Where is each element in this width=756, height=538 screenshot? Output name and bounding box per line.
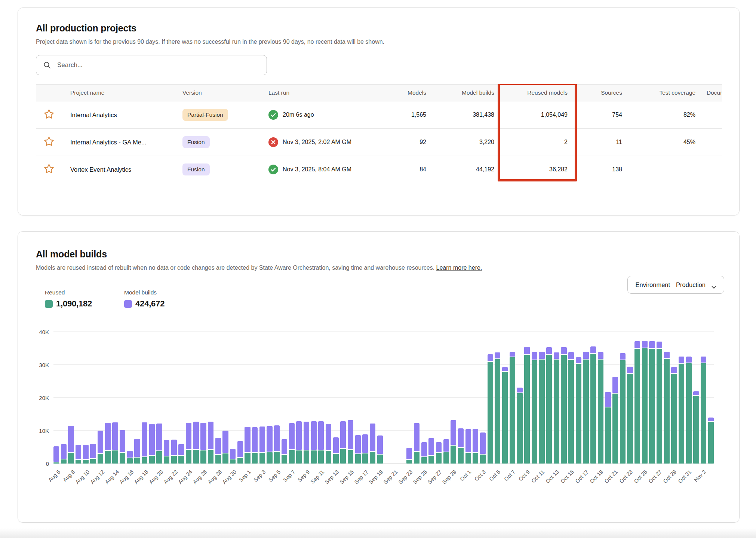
model-builds-segment	[222, 431, 228, 453]
reused-segment	[583, 360, 588, 464]
model-builds-segment	[289, 423, 295, 449]
bar-aug-7	[61, 332, 67, 464]
table-row: Vortex Event Analytics Fusion Nov 3, 202…	[36, 156, 722, 183]
model-builds-segment	[436, 442, 442, 452]
y-tick-label: 10K	[39, 428, 49, 434]
model-builds-segment	[208, 422, 213, 449]
run-status-icon	[268, 137, 278, 147]
environment-select[interactable]: Environment Production	[627, 276, 724, 294]
model-builds-segment	[120, 430, 125, 452]
bar-aug-24	[186, 332, 191, 464]
model-builds-segment	[532, 352, 537, 359]
bar-aug-27	[208, 332, 213, 464]
bar-oct-12	[546, 332, 552, 464]
reused-segment	[554, 360, 559, 464]
reused-segment	[156, 451, 162, 464]
bar-oct-16	[576, 332, 581, 464]
reused-models-count: 2	[505, 139, 579, 146]
bar-oct-8	[517, 332, 522, 464]
learn-more-link[interactable]: Learn more here.	[436, 265, 482, 271]
reused-segment	[208, 450, 213, 464]
model-builds-segment	[142, 422, 147, 457]
reused-segment	[664, 359, 670, 464]
bar-aug-20	[156, 332, 162, 464]
projects-card-subtitle: Project data shown is for the previous 9…	[36, 39, 721, 45]
projects-table-header: Project name Version Last run Models Mod…	[36, 84, 722, 101]
bar-oct-10	[532, 332, 537, 464]
reused-segment	[488, 362, 493, 464]
bar-oct-21	[612, 332, 618, 464]
x-tick-label: Sep 13	[324, 469, 340, 485]
reused-segment	[657, 349, 662, 464]
reused-segment	[200, 450, 206, 464]
model-builds-segment	[451, 420, 456, 445]
reused-segment	[340, 449, 346, 464]
model-builds-segment	[156, 424, 162, 450]
project-name-link[interactable]: Internal Analytics	[70, 111, 117, 118]
reused-segment	[178, 456, 184, 464]
bar-aug-21	[164, 332, 169, 464]
bar-aug-17	[134, 332, 140, 464]
models-count: 1,565	[385, 111, 437, 118]
reused-segment	[259, 453, 265, 464]
model-builds-segment	[517, 388, 522, 392]
search-input[interactable]	[36, 55, 267, 75]
col-reused-models: Reused models	[505, 89, 579, 96]
project-name-link[interactable]: Internal Analytics - GA Me...	[70, 139, 147, 146]
x-tick-label: Sep 19	[368, 469, 384, 485]
reused-segment	[68, 453, 74, 464]
legend-reused: Reused 1,090,182	[45, 289, 92, 309]
models-count: 84	[385, 166, 437, 173]
favorite-star-icon[interactable]	[43, 108, 55, 120]
model-builds-segment	[274, 425, 280, 452]
reused-segment	[193, 450, 199, 464]
model-builds-segment	[311, 421, 317, 450]
model-builds-segment	[245, 427, 250, 452]
model-builds-segment	[105, 423, 111, 450]
model-builds-segment	[186, 423, 191, 449]
model-builds-segment	[237, 441, 243, 457]
x-tick-label: Aug 16	[119, 469, 135, 485]
chart-plot-area: Aug 6Aug 8Aug 10Aug 12Aug 14Aug 16Aug 18…	[53, 332, 714, 498]
bar-sep-11	[318, 332, 324, 464]
model-builds-segment	[98, 431, 103, 453]
x-tick-label: Oct 5	[488, 469, 502, 482]
reused-segment	[576, 364, 581, 464]
bar-oct-18	[590, 332, 596, 464]
model-builds-segment	[282, 439, 287, 454]
x-tick-label: Sep 3	[252, 469, 267, 483]
reused-segment	[76, 460, 81, 464]
favorite-star-icon[interactable]	[43, 136, 55, 147]
model-builds-segment	[414, 423, 420, 451]
reused-segment	[98, 454, 103, 464]
favorite-star-icon[interactable]	[43, 163, 55, 174]
bar-aug-23	[178, 332, 184, 464]
reused-segment	[222, 453, 228, 464]
reused-segment	[517, 393, 522, 464]
bar-oct-11	[539, 332, 544, 464]
model-builds-segment	[164, 440, 169, 455]
reused-segment	[590, 354, 596, 464]
reused-segment	[171, 456, 177, 464]
bar-aug-10	[83, 332, 89, 464]
bar-nov-2	[701, 332, 706, 464]
reused-segment	[671, 374, 677, 464]
bar-sep-8	[296, 332, 302, 464]
col-version: Version	[182, 89, 268, 96]
reused-segment	[127, 458, 133, 464]
model-builds-segment	[355, 435, 361, 453]
bar-oct-27	[657, 332, 662, 464]
project-name-link[interactable]: Vortex Event Analytics	[70, 166, 131, 173]
model-builds-segment	[134, 439, 140, 457]
reused-segment	[304, 450, 309, 464]
model-builds-segment	[90, 444, 96, 458]
model-builds-segment	[568, 352, 574, 359]
reused-segment	[451, 446, 456, 464]
builds-card-subtitle: Models are reused instead of rebuilt whe…	[36, 265, 721, 271]
bar-aug-6	[53, 332, 59, 464]
bar-oct-13	[554, 332, 559, 464]
bar-sep-26	[428, 332, 434, 464]
model-builds-segment	[200, 423, 206, 450]
chart-legend: Reused 1,090,182 Model builds 424,672	[45, 289, 721, 309]
bar-sep-10	[311, 332, 317, 464]
